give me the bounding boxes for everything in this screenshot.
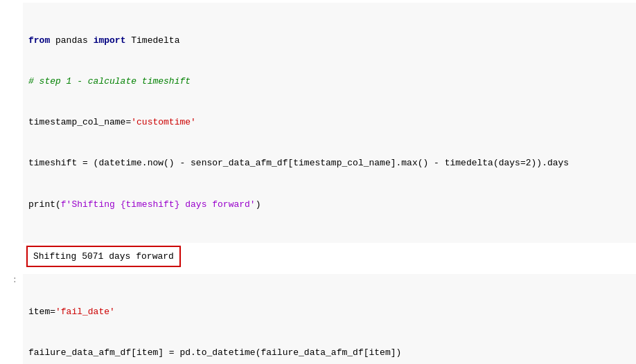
comment: # step 1 - calculate timeshift (28, 76, 191, 87)
cell-2-code[interactable]: item='fail_date' failure_data_afm_df[ite… (23, 274, 636, 364)
code-line: # step 1 - calculate timeshift (28, 75, 630, 89)
code-line: from pandas import Timedelta (28, 34, 630, 48)
output-box-1: Shifting 5071 days forward (26, 246, 181, 268)
keyword: import (94, 35, 126, 46)
keyword: from (28, 35, 50, 46)
string-value: 'fail_date' (55, 307, 115, 317)
code-line: timeshift = (datetime.now() - sensor_dat… (28, 156, 630, 170)
string-value: 'customtime' (131, 117, 196, 127)
cell-1-code[interactable]: from pandas import Timedelta # step 1 - … (23, 3, 636, 243)
code-line: timestamp_col_name='customtime' (28, 116, 630, 129)
cell-2: : item='fail_date' failure_data_afm_df[i… (0, 271, 636, 364)
print-string: f'Shifting {timeshift} days forward' (61, 199, 256, 210)
output-1: Shifting 5071 days forward (26, 246, 636, 268)
code-line: failure_data_afm_df[item] = pd.to_dateti… (28, 346, 630, 360)
cell-number-1 (2, 3, 23, 4)
cell-1: from pandas import Timedelta # step 1 - … (0, 0, 636, 246)
code-line: item='fail_date' (28, 305, 630, 319)
code-line: print(f'Shifting {timeshift} days forwar… (28, 198, 630, 212)
output-text-1: Shifting 5071 days forward (33, 251, 174, 262)
cell-number-2: : (2, 274, 23, 285)
